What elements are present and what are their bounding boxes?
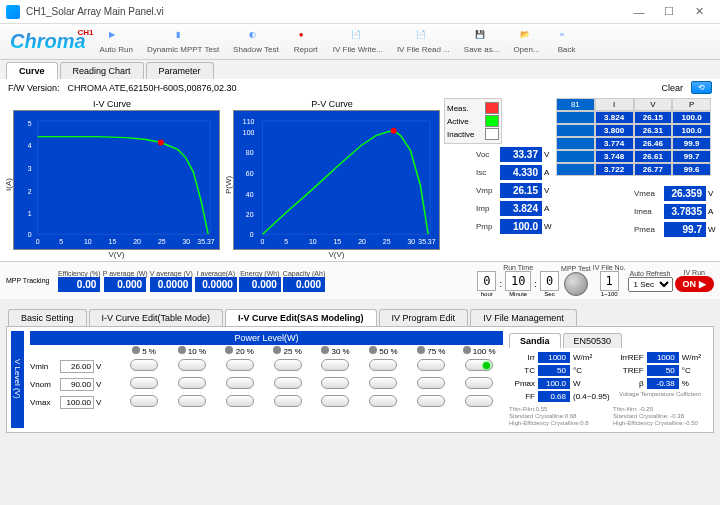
pill-vmin-100[interactable] [465,359,493,371]
svg-text:35.37: 35.37 [418,238,435,245]
svg-text:10: 10 [309,238,317,245]
pill-vmax-10[interactable] [178,395,206,407]
sandia-tab-sandia[interactable]: Sandia [509,333,561,348]
param-tref[interactable]: 50 [647,365,679,376]
svg-text:15: 15 [109,238,117,245]
pill-vmax-5[interactable] [130,395,158,407]
svg-text:35.37: 35.37 [197,238,214,245]
svg-text:10: 10 [84,238,92,245]
svg-text:30: 30 [407,238,415,245]
param-tc[interactable]: 50 [538,365,570,376]
runtime-min[interactable]: 10 [505,271,531,291]
iv-file-no[interactable]: 1 [600,271,619,291]
runtime-hour[interactable]: 0 [477,271,496,291]
toolbar-iv-file-write-[interactable]: 📄IV File Write... [327,28,389,56]
pill-vmin-10[interactable] [178,359,206,371]
pill-vmin-20[interactable] [226,359,254,371]
logo: ChromaCH1 [4,30,92,53]
svg-text:100: 100 [243,129,255,136]
pill-vnom-30[interactable] [321,377,349,389]
svg-text:20: 20 [358,238,366,245]
toolbar-report[interactable]: ●Report [287,28,325,56]
tab-curve[interactable]: Curve [6,62,58,79]
lower-tab-i-v-curve-edit-sas-modeling-[interactable]: I-V Curve Edit(SAS Modeling) [225,309,377,326]
toolbar-back[interactable]: «Back [548,28,586,56]
maximize-button[interactable]: ☐ [654,2,684,22]
toolbar-auto-run[interactable]: ▶Auto Run [94,28,139,56]
svg-point-38 [391,128,397,134]
mpp-v: 0.0000 [150,277,192,292]
svg-text:0: 0 [28,231,32,238]
notes-left: Thin-Film:0.55 Standard Crystalline:0.68… [509,406,605,428]
mpp-energy: 0.000 [239,277,281,292]
close-button[interactable]: ✕ [684,2,714,22]
mpp-i: 0.0000 [195,277,237,292]
pill-vmax-50[interactable] [369,395,397,407]
minimize-button[interactable]: — [624,2,654,22]
iv-chart-title: I-V Curve [4,99,220,109]
param-irr[interactable]: 1000 [538,352,570,363]
pill-vnom-20[interactable] [226,377,254,389]
runtime-sec[interactable]: 0 [540,271,559,291]
param-pmax[interactable]: 100.0 [538,378,570,389]
vlevel-label: V Level (V) [11,331,24,428]
auto-refresh-select[interactable]: 1 Sec [628,277,673,292]
pill-vnom-25[interactable] [274,377,302,389]
mpp-capacity: 0.000 [283,277,325,292]
reading-voc: 33.37 [500,147,542,162]
param-ff[interactable]: 0.68 [538,391,570,402]
toolbar-iv-file-read-[interactable]: 📄IV File Read ... [391,28,456,56]
param-β[interactable]: -0.38 [647,378,679,389]
table-row: 3.80026.31100.0 [556,124,711,137]
pill-vmin-25[interactable] [274,359,302,371]
toolbar-open-[interactable]: 📂Open... [507,28,545,56]
pill-vmin-5[interactable] [130,359,158,371]
tab-reading-chart[interactable]: Reading Chart [60,62,144,79]
lower-tab-i-v-curve-edit-table-mode-[interactable]: I-V Curve Edit(Table Mode) [89,309,224,326]
toolbar-dynamic-mppt-test[interactable]: ▮Dynamic MPPT Test [141,28,225,56]
pill-vmax-25[interactable] [274,395,302,407]
svg-text:5: 5 [59,238,63,245]
pill-vmax-100[interactable] [465,395,493,407]
vlevel-vnom-input[interactable] [60,378,94,391]
pv-chart-title: P-V Curve [224,99,440,109]
fw-value: CHROMA ATE,62150H-600S,00876,02.30 [68,83,237,93]
mpp-title: MPP Tracking [6,277,56,284]
param-irrref[interactable]: 1000 [647,352,679,363]
pill-vmin-75[interactable] [417,359,445,371]
pill-vmin-50[interactable] [369,359,397,371]
lower-tab-iv-file-management[interactable]: IV File Management [470,309,577,326]
reading-imp: 3.824 [500,201,542,216]
toolbar-shadow-test[interactable]: ◐Shadow Test [227,28,285,56]
tab-parameter[interactable]: Parameter [146,62,214,79]
pill-vmin-30[interactable] [321,359,349,371]
lower-tab-basic-setting[interactable]: Basic Setting [8,309,87,326]
pv-xlabel: V(V) [233,250,440,259]
pill-vnom-75[interactable] [417,377,445,389]
clear-button[interactable]: ⟲ [691,81,712,94]
iv-run-button[interactable]: ON▶ [675,276,715,292]
pill-vmax-75[interactable] [417,395,445,407]
mpp-test-knob[interactable] [564,272,588,296]
lower-tab-iv-program-edit[interactable]: IV Program Edit [379,309,469,326]
sandia-tab-en50530[interactable]: EN50530 [563,333,623,348]
vlevel-vmin-input[interactable] [60,360,94,373]
svg-text:30: 30 [183,238,191,245]
table-row: 3.77426.4699.9 [556,137,711,150]
notes-right: Thin-film: -0.25 Standard Crystalline: -… [613,406,709,428]
svg-text:5: 5 [284,238,288,245]
pill-vnom-100[interactable] [465,377,493,389]
table-row: 3.74826.6199.7 [556,150,711,163]
reading-vmp: 26.15 [500,183,542,198]
toolbar-save-as-[interactable]: 💾Save as... [458,28,506,56]
pill-vnom-5[interactable] [130,377,158,389]
clear-label: Clear [661,83,683,93]
data-table: 81 I V P 3.82426.15100.03.80026.31100.03… [556,98,711,176]
pill-vmax-20[interactable] [226,395,254,407]
pill-vnom-10[interactable] [178,377,206,389]
vlevel-vmax-input[interactable] [60,396,94,409]
svg-text:3: 3 [28,165,32,172]
pill-vmax-30[interactable] [321,395,349,407]
pill-vnom-50[interactable] [369,377,397,389]
reading-pmp: 100.0 [500,219,542,234]
